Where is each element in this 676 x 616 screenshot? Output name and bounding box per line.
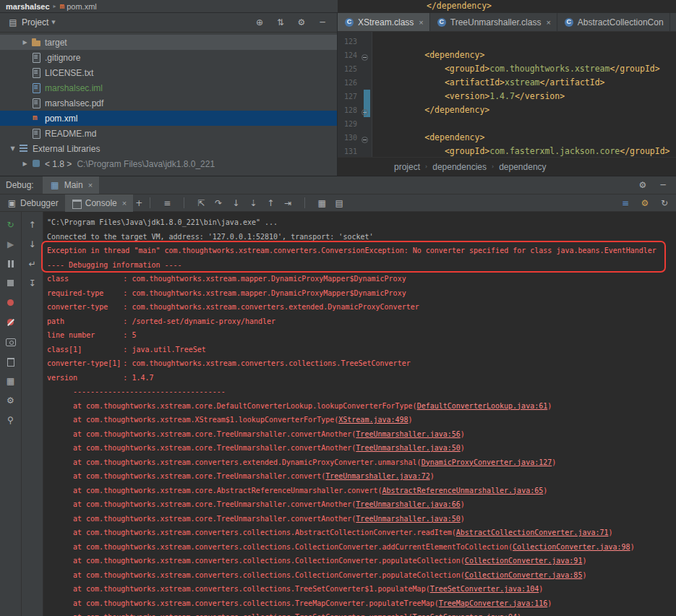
force-step-into-icon[interactable]: ⇣ [247,197,259,209]
console-toolbar: ≡⇱↷↓⇣↑⇥▦▤ [161,197,345,209]
tree-item-external-libraries[interactable]: ▼External Libraries [0,141,337,156]
stack-text: ) [461,430,465,438]
stack-link[interactable]: CollectionConverter.java:91 [465,557,583,565]
tab-debugger[interactable]: ▣Debugger [0,194,65,212]
run-to-cursor-icon[interactable]: ⇥ [282,197,294,209]
chevron-collapsed-icon[interactable]: ▶ [20,39,30,46]
rerun-debug-icon[interactable]: ↻ [5,219,17,231]
stack-text: ) [552,458,556,466]
debug-session-tab-main[interactable]: ▦ Main × [43,176,99,194]
breadcrumb-file[interactable]: pom.xml [67,2,97,11]
stack-link[interactable]: CollectionConverter.java:85 [465,571,583,579]
code-token: </groupId> [620,146,669,156]
breadcrumb-project[interactable]: project [394,162,420,172]
editor-tab-xstream-class[interactable]: XStream.class× [338,13,430,31]
tree-item-pom-xml[interactable]: pom.xml [0,111,337,126]
layout-icon[interactable]: ▤ [333,197,345,209]
tree-item-readme-md[interactable]: README.md [0,126,337,141]
add-tab-icon[interactable]: + [133,197,145,209]
fold-icon[interactable] [359,131,370,145]
show-execution-point-icon[interactable]: ⇱ [195,197,207,209]
console-output[interactable]: "C:\Program Files\Java\jdk1.8.0_221\bin\… [43,212,676,616]
close-tab-icon[interactable]: × [419,18,423,27]
stack-link[interactable]: TreeSetConverter.java:94 [413,613,518,616]
tab-label: AbstractCollectionCon [578,17,664,27]
tree-item-gitignore[interactable]: .gitignore [0,50,337,65]
settings-orange-icon[interactable]: ⚙ [639,197,651,209]
stack-link[interactable]: TreeUnmarshaller.java:72 [325,472,430,480]
close-tab-icon[interactable]: × [88,181,93,189]
rerun-icon[interactable]: ↻ [659,197,670,209]
debug-info-key: required-type [47,286,123,301]
menu-icon[interactable]: ≡ [161,197,173,209]
editor[interactable]: 123124 <dependency>125 <groupId>com.thou… [338,32,676,157]
debug-info-key: path [47,315,123,329]
chevron-down-icon[interactable]: ▼ [51,20,55,25]
code-token: com.thoughtworks.xstream [489,64,609,74]
stack-link[interactable]: TreeUnmarshaller.java:50 [356,515,461,523]
stack-link[interactable]: AbstractReferenceUnmarshaller.java:65 [382,487,543,495]
hide-icon[interactable]: ─ [317,17,328,28]
hide-icon[interactable]: ─ [657,179,669,191]
stack-link[interactable]: TreeUnmarshaller.java:50 [356,444,461,452]
tree-item-target[interactable]: ▶target [0,35,337,50]
main-split: ▤ Project ▼ ⊕⇅⚙─ ▶target.gitignoreLICENS… [0,13,676,176]
debug-info-row: class: com.thoughtworks.xstream.mapper.D… [47,272,676,286]
chevron-expanded-icon[interactable]: ▼ [7,145,18,152]
close-tab-icon[interactable]: × [122,199,127,208]
tree-item-1-8[interactable]: ▶< 1.8 >C:\Program Files\Java\jdk1.8.0_2… [0,156,337,171]
stack-frame: at com.thoughtworks.xstream.converters.c… [47,596,676,611]
step-down-icon[interactable]: ↓ [27,239,38,250]
fold-icon[interactable] [359,103,370,117]
trash-icon[interactable] [5,356,17,367]
stack-link[interactable]: CollectionConverter.java:98 [513,543,630,551]
stop-icon[interactable] [5,278,17,289]
camera-icon[interactable] [5,336,17,348]
collapse-all-icon[interactable]: ⇅ [275,17,286,28]
stack-link[interactable]: DynamicProxyConverter.java:127 [422,458,552,466]
evaluate-icon[interactable]: ▦ [316,197,328,209]
stack-link[interactable]: XStream.java:498 [338,416,408,424]
breadcrumb-project[interactable]: marshalsec [6,2,50,11]
tab-console[interactable]: Console× [65,194,133,212]
step-up-icon[interactable]: ↑ [27,219,38,231]
tree-item-marshalsec-iml[interactable]: marshalsec.iml [0,80,337,95]
pin-icon[interactable]: ⚲ [5,414,17,426]
console-layout-icon[interactable]: ≡ [620,197,631,209]
locate-file-icon[interactable]: ⊕ [254,17,265,28]
breadcrumb-dependency[interactable]: dependency [499,162,546,172]
tree-item-marshalsec-pdf[interactable]: marshalsec.pdf [0,95,337,111]
step-out-icon[interactable]: ↑ [265,197,276,209]
fold-icon[interactable] [359,48,370,62]
settings-icon[interactable]: ⚙ [637,179,649,191]
mute-breakpoints-icon[interactable] [5,317,17,328]
breadcrumb-dependencies[interactable]: dependencies [432,162,487,172]
editor-tab-abstractcollectioncon[interactable]: AbstractCollectionCon [557,13,670,31]
settings-icon[interactable]: ⚙ [296,17,307,28]
stack-frame: at com.thoughtworks.xstream.converters.c… [47,554,676,568]
stack-link[interactable]: TreeUnmarshaller.java:56 [356,430,461,438]
editor-tab-treeunmarshaller-class[interactable]: TreeUnmarshaller.class× [430,13,557,31]
stack-frame: at com.thoughtworks.xstream.core.Abstrac… [47,484,676,498]
pause-icon[interactable] [5,258,17,270]
step-over-icon[interactable]: ↷ [213,197,224,209]
soft-wrap-icon[interactable]: ↵ [27,258,38,270]
project-panel-title[interactable]: Project [22,17,48,27]
stack-link[interactable]: TreeMapConverter.java:116 [439,599,548,607]
stack-text: ) [547,599,552,607]
stack-link[interactable]: TreeUnmarshaller.java:66 [356,500,461,508]
chevron-collapsed-icon[interactable]: ▶ [20,161,30,167]
stack-link[interactable]: AbstractCollectionConverter.java:71 [456,529,609,536]
scroll-to-end-icon[interactable]: ↧ [27,278,38,289]
grid-icon[interactable]: ▦ [5,375,17,387]
close-tab-icon[interactable]: × [546,18,550,27]
console-error-line: Exception in thread "main" com.thoughtwo… [47,244,676,258]
step-into-icon[interactable]: ↓ [230,197,241,209]
resume-icon[interactable]: ▶ [5,239,17,250]
console-error-text: ---- Debugging information ---- [47,261,182,269]
settings-icon[interactable]: ⚙ [5,395,17,406]
view-breakpoints-icon[interactable] [5,297,17,309]
stack-link[interactable]: DefaultConverterLookup.java:61 [417,402,548,410]
tree-item-license-txt[interactable]: LICENSE.txt [0,65,337,80]
stack-link[interactable]: TreeSetConverter.java:104 [430,585,539,593]
